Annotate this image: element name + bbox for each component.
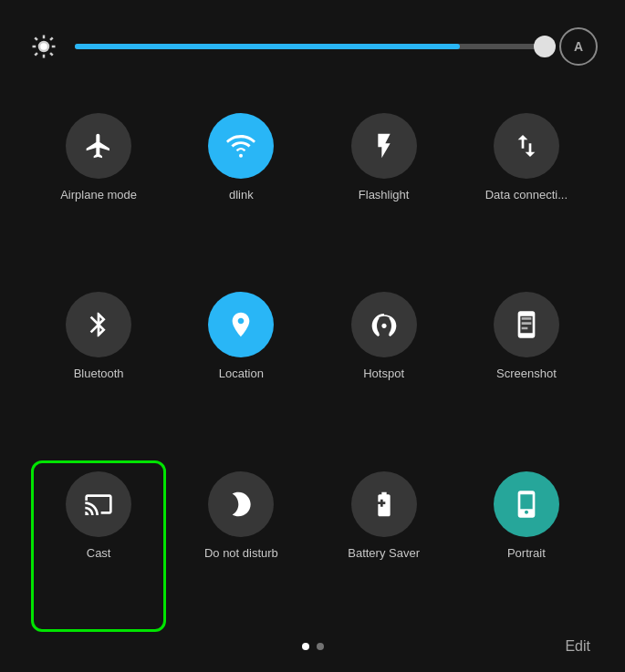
auto-brightness-button[interactable]: A <box>559 27 598 66</box>
wifi-icon-wrap <box>208 113 274 179</box>
brightness-fill <box>75 44 460 49</box>
tile-location[interactable]: Location <box>170 277 312 456</box>
tile-battery-saver[interactable]: Battery Saver <box>313 457 455 636</box>
location-icon-wrap <box>208 292 274 357</box>
svg-point-0 <box>39 42 48 51</box>
airplane-mode-label: Airplane mode <box>60 188 137 202</box>
tile-portrait[interactable]: Portrait <box>455 457 598 636</box>
tile-do-not-disturb[interactable]: Do not disturb <box>170 457 312 636</box>
battery-saver-label: Battery Saver <box>348 546 420 561</box>
brightness-row: A <box>27 27 598 66</box>
quick-settings-panel: A Airplane mode dlink <box>0 0 625 672</box>
bluetooth-label: Bluetooth <box>74 367 124 381</box>
svg-line-5 <box>35 37 37 40</box>
brightness-icon <box>27 30 60 63</box>
svg-point-9 <box>239 154 243 158</box>
screenshot-icon-wrap <box>494 292 559 357</box>
dnd-label: Do not disturb <box>204 546 278 561</box>
cast-icon-wrap <box>66 471 131 537</box>
hotspot-label: Hotspot <box>363 367 404 381</box>
quick-tiles-grid: Airplane mode dlink Flashlight D <box>27 98 598 636</box>
flashlight-icon-wrap <box>351 113 417 179</box>
pagination-dot-1 <box>302 643 309 650</box>
wifi-label: dlink <box>229 188 254 202</box>
data-connection-icon-wrap <box>494 113 559 179</box>
flashlight-label: Flashlight <box>359 188 410 202</box>
pagination-dot-2 <box>317 643 324 650</box>
portrait-icon-wrap <box>494 471 559 537</box>
tile-airplane-mode[interactable]: Airplane mode <box>27 98 170 277</box>
hotspot-icon-wrap <box>351 292 417 357</box>
data-connection-label: Data connecti... <box>485 188 568 202</box>
bluetooth-icon-wrap <box>66 292 131 357</box>
svg-line-6 <box>50 53 53 56</box>
svg-line-8 <box>50 37 53 40</box>
tile-cast[interactable]: Cast <box>27 457 170 636</box>
cast-label: Cast <box>87 546 111 561</box>
brightness-slider[interactable] <box>75 44 545 49</box>
airplane-mode-icon-wrap <box>66 113 131 179</box>
battery-saver-icon-wrap <box>351 471 417 537</box>
pagination-dots <box>302 643 324 650</box>
screenshot-label: Screenshot <box>496 367 557 381</box>
bottom-navigation: Edit <box>27 636 598 663</box>
dnd-icon-wrap <box>208 471 274 537</box>
svg-line-7 <box>35 53 37 56</box>
tile-flashlight[interactable]: Flashlight <box>313 98 455 277</box>
brightness-thumb <box>534 36 556 57</box>
tile-data-connection[interactable]: Data connecti... <box>455 98 598 277</box>
tile-screenshot[interactable]: Screenshot <box>455 277 598 456</box>
tile-hotspot[interactable]: Hotspot <box>313 277 455 456</box>
location-label: Location <box>219 367 264 381</box>
edit-button[interactable]: Edit <box>557 635 598 658</box>
tile-wifi[interactable]: dlink <box>170 98 312 277</box>
portrait-label: Portrait <box>507 546 546 561</box>
tile-bluetooth[interactable]: Bluetooth <box>27 277 170 456</box>
